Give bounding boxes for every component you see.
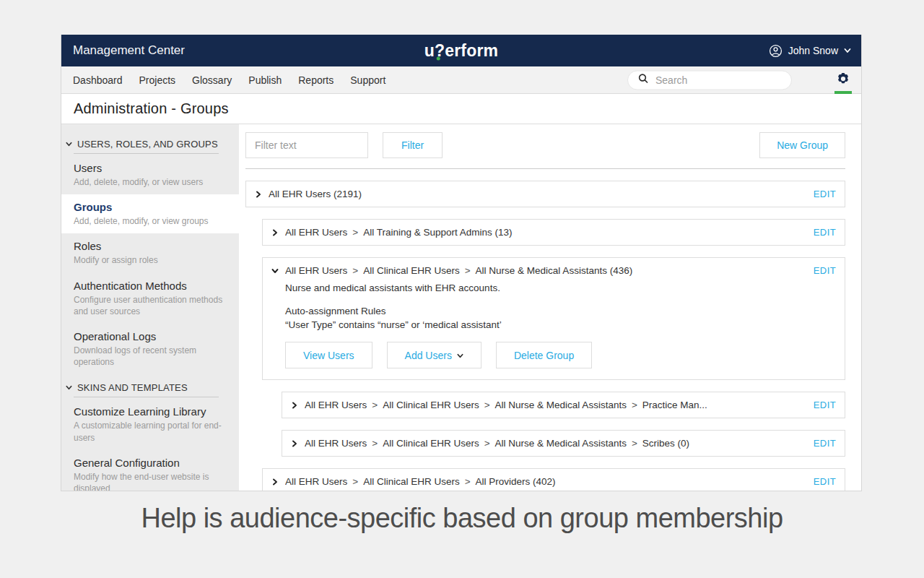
- filter-button[interactable]: Filter: [383, 132, 443, 158]
- chevron-right-icon: [291, 437, 305, 450]
- settings-menu[interactable]: [834, 66, 853, 93]
- group-row-all-ehr-users-2191: All EHR Users (2191)EDIT: [245, 181, 845, 207]
- auto-assignment-rules-text: “User Type” contains “nurse” or ‘medical…: [285, 319, 834, 330]
- user-icon: [769, 44, 783, 58]
- sidebar-item-label: Operational Logs: [74, 330, 225, 342]
- sidebar-item-customize-learning-library[interactable]: Customize Learning LibraryA customizable…: [61, 399, 239, 449]
- group-row-scribes-0: All EHR Users>All Clinical EHR Users>All…: [282, 430, 845, 457]
- nav-item-projects[interactable]: Projects: [139, 74, 176, 86]
- sidebar-item-label: Roles: [74, 240, 225, 252]
- breadcrumb-item: All EHR Users: [305, 438, 367, 449]
- group-row-all-nurse-medical-assistants-436: All EHR Users>All Clinical EHR Users>All…: [262, 257, 845, 380]
- user-menu[interactable]: John Snow: [769, 35, 851, 66]
- edit-link[interactable]: EDIT: [805, 400, 836, 410]
- group-collapse-toggle[interactable]: All EHR Users>All Clinical EHR Users>All…: [263, 258, 845, 283]
- auto-assignment-rules-title: Auto-assignment Rules: [285, 306, 834, 316]
- sidebar: USERS, ROLES, AND GROUPSUsersAdd, delete…: [61, 124, 239, 491]
- nav-item-support[interactable]: Support: [350, 74, 385, 86]
- view-users-button[interactable]: View Users: [285, 342, 372, 368]
- sidebar-item-users[interactable]: UsersAdd, delete, modify, or view users: [61, 155, 239, 194]
- page-title: Administration - Groups: [74, 100, 229, 117]
- new-group-button[interactable]: New Group: [759, 132, 845, 158]
- chevron-right-icon: [271, 226, 285, 239]
- edit-link[interactable]: EDIT: [805, 476, 836, 487]
- group-expand-toggle[interactable]: All EHR Users>All Training & Support Adm…: [263, 220, 845, 245]
- uperform-logo: u?erform: [424, 41, 499, 61]
- sidebar-section-label: SKINS AND TEMPLATES: [77, 382, 188, 393]
- group-row-all-training-support-admins-13: All EHR Users>All Training & Support Adm…: [262, 219, 845, 246]
- sidebar-item-label: Authentication Methods: [74, 280, 225, 292]
- sidebar-item-description: Add, delete, modify, or view users: [74, 176, 225, 188]
- app-title: Management Center: [73, 43, 185, 58]
- breadcrumb-separator: >: [465, 265, 471, 276]
- sidebar-section-label: USERS, ROLES, AND GROUPS: [77, 139, 218, 150]
- chevron-down-icon: [66, 382, 72, 393]
- search-input[interactable]: [655, 74, 784, 86]
- sidebar-divider: [74, 397, 219, 397]
- edit-link[interactable]: EDIT: [805, 265, 836, 276]
- breadcrumb-item: All EHR Users: [285, 265, 347, 276]
- group-description: Nurse and medical assistants with EHR ac…: [285, 282, 834, 293]
- delete-group-button[interactable]: Delete Group: [496, 342, 592, 368]
- sidebar-section-users-roles-and-groups[interactable]: USERS, ROLES, AND GROUPS: [61, 131, 239, 153]
- sidebar-item-label: Groups: [74, 201, 225, 213]
- nav-item-publish[interactable]: Publish: [248, 74, 282, 86]
- group-breadcrumb: All EHR Users>All Clinical EHR Users>All…: [305, 400, 707, 410]
- sidebar-item-roles[interactable]: RolesModify or assign roles: [61, 233, 239, 272]
- topbar: Management Center u?erform John Snow: [61, 35, 861, 66]
- search-box[interactable]: [627, 70, 792, 90]
- nav-item-dashboard[interactable]: Dashboard: [73, 74, 123, 86]
- sidebar-item-label: Customize Learning Library: [74, 405, 225, 418]
- edit-link[interactable]: EDIT: [805, 438, 836, 449]
- group-breadcrumb: All EHR Users>All Clinical EHR Users>All…: [305, 438, 689, 449]
- sidebar-item-groups[interactable]: GroupsAdd, delete, modify, or view group…: [61, 194, 239, 233]
- breadcrumb-separator: >: [352, 265, 358, 276]
- app-window: Management Center u?erform John Snow Das…: [61, 35, 862, 491]
- group-expand-toggle[interactable]: All EHR Users>All Clinical EHR Users>All…: [282, 392, 845, 418]
- nav-item-reports[interactable]: Reports: [298, 74, 334, 86]
- chevron-right-icon: [291, 399, 305, 412]
- chevron-down-icon: [844, 47, 851, 54]
- chevron-down-icon: [66, 139, 72, 150]
- breadcrumb-item: All Nurse & Medical Assistants: [495, 438, 627, 449]
- group-expand-toggle[interactable]: All EHR Users>All Clinical EHR Users>All…: [282, 431, 845, 456]
- breadcrumb-separator: >: [484, 438, 490, 449]
- group-breadcrumb: All EHR Users>All Clinical EHR Users>All…: [285, 265, 632, 276]
- chevron-right-icon: [271, 475, 285, 488]
- edit-link[interactable]: EDIT: [805, 227, 836, 238]
- add-users-button[interactable]: Add Users: [387, 342, 481, 368]
- nav-item-glossary[interactable]: Glossary: [192, 74, 232, 86]
- nav-items: DashboardProjectsGlossaryPublishReportsS…: [73, 74, 402, 86]
- group-expand-toggle[interactable]: All EHR Users (2191)EDIT: [246, 181, 845, 207]
- user-name: John Snow: [788, 45, 838, 56]
- breadcrumb-item: All Clinical EHR Users: [363, 476, 460, 487]
- group-expand-toggle[interactable]: All EHR Users>All Clinical EHR Users>All…: [263, 469, 845, 491]
- sidebar-section-skins-and-templates[interactable]: SKINS AND TEMPLATES: [61, 374, 239, 397]
- breadcrumb-item: All Nurse & Medical Assistants (436): [476, 265, 633, 276]
- sidebar-item-operational-logs[interactable]: Operational LogsDownload logs of recent …: [61, 324, 239, 374]
- group-row-practice-man: All EHR Users>All Clinical EHR Users>All…: [282, 392, 845, 418]
- filter-input[interactable]: [245, 132, 368, 158]
- breadcrumb-item: All Providers (402): [476, 476, 556, 487]
- sidebar-divider: [74, 153, 219, 154]
- breadcrumb-separator: >: [632, 400, 637, 410]
- chevron-down-icon: [271, 264, 285, 277]
- edit-link[interactable]: EDIT: [805, 189, 836, 199]
- breadcrumb-item: All Clinical EHR Users: [363, 265, 460, 276]
- sidebar-item-description: Add, delete, modify, or view groups: [74, 215, 225, 227]
- sidebar-item-authentication-methods[interactable]: Authentication MethodsConfigure user aut…: [61, 273, 239, 324]
- breadcrumb-separator: >: [372, 400, 378, 410]
- breadcrumb-item: All EHR Users (2191): [269, 189, 362, 199]
- logo-text-post: erform: [445, 41, 498, 60]
- logo-green-dot: [437, 57, 440, 61]
- breadcrumb-separator: >: [484, 400, 490, 410]
- breadcrumb-item: Scribes (0): [642, 438, 689, 449]
- breadcrumb-item: All Training & Support Admins (13): [363, 227, 512, 238]
- sidebar-item-general-configuration[interactable]: General ConfigurationModify how the end-…: [61, 450, 239, 491]
- group-actions: View UsersAdd Users Delete Group: [285, 342, 834, 368]
- gear-icon: [836, 72, 850, 89]
- breadcrumb-separator: >: [632, 438, 637, 449]
- main-content: Filter New Group All EHR Users (2191)EDI…: [239, 124, 861, 491]
- breadcrumb-item: All Clinical EHR Users: [383, 400, 479, 410]
- breadcrumb-item: All EHR Users: [305, 400, 367, 410]
